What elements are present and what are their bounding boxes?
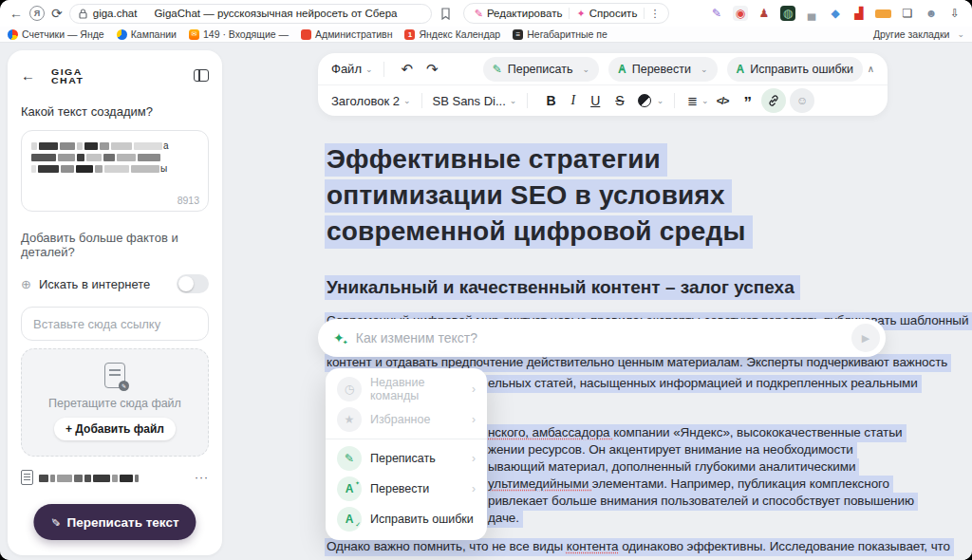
divider bbox=[527, 93, 528, 108]
paragraph-line: ривлекает больше внимания пользователей … bbox=[486, 494, 918, 508]
back-arrow-icon[interactable]: ← bbox=[21, 67, 35, 84]
font-dropdown[interactable]: SB Sans Di... bbox=[433, 94, 506, 108]
ask-page-button[interactable]: ✦Спросить bbox=[570, 8, 644, 20]
menu-item[interactable]: Избранное› bbox=[326, 404, 487, 435]
rewrite-text-button[interactable]: ✎ Переписать текст bbox=[33, 504, 196, 540]
redacted-block bbox=[112, 475, 118, 482]
purple-pen-extension-icon[interactable]: ✎ bbox=[709, 6, 724, 21]
download-extension-icon[interactable]: ⇩ bbox=[947, 6, 963, 21]
submenu-arrow-icon: › bbox=[472, 452, 476, 465]
file-menu-icon[interactable]: ··· bbox=[195, 471, 209, 484]
paragraph-line: даче. bbox=[486, 511, 523, 525]
back-icon[interactable]: ← bbox=[9, 6, 23, 21]
bold-button[interactable]: B bbox=[546, 93, 555, 108]
ai-command-input[interactable] bbox=[354, 329, 851, 346]
paragraph-text: ельных статей, насыщенных информацией и … bbox=[486, 375, 922, 393]
bookmark-item[interactable]: Кампании bbox=[117, 28, 177, 40]
translate-icon bbox=[618, 63, 626, 76]
code-icon[interactable]: </> bbox=[717, 95, 729, 106]
menu-item[interactable]: Недавние команды› bbox=[326, 374, 487, 404]
collapse-toolbar-icon[interactable]: ∧ bbox=[868, 64, 874, 74]
bookmark-label: Негабаритные пе bbox=[527, 28, 608, 40]
undo-icon[interactable]: ↶ bbox=[402, 61, 414, 78]
bookmark-item[interactable]: Счетчики — Янде bbox=[8, 28, 104, 40]
subheading-text: Уникальный и качественный контент – зало… bbox=[325, 275, 800, 300]
menu-item[interactable]: Исправить ошибки bbox=[326, 504, 487, 534]
collapse-panel-icon[interactable] bbox=[194, 69, 209, 82]
battery-extension-icon[interactable] bbox=[875, 9, 891, 18]
search-internet-row: ⊕ Искать в интернете bbox=[21, 274, 209, 293]
pen-icon bbox=[337, 446, 362, 471]
translate-action-label: Перевести bbox=[632, 63, 691, 76]
strikethrough-button[interactable]: S bbox=[615, 93, 624, 108]
link-button[interactable] bbox=[761, 88, 786, 113]
attached-file-row[interactable]: ··· bbox=[21, 469, 209, 486]
pen-icon: ✎ bbox=[48, 517, 62, 527]
chevron-down-icon: ⌄ bbox=[510, 96, 517, 105]
document-subheading[interactable]: Уникальный и качественный контент – зало… bbox=[325, 277, 800, 298]
file-menu-button[interactable]: Файл bbox=[331, 62, 362, 76]
redacted-block bbox=[39, 475, 48, 482]
yandex-browser-icon[interactable]: Я bbox=[29, 6, 45, 21]
tag-extension-icon[interactable]: ❏ bbox=[900, 6, 915, 21]
fix-errors-action-button[interactable]: Исправить ошибки bbox=[727, 57, 864, 82]
italic-button[interactable]: I bbox=[571, 93, 576, 108]
paragraph-style-dropdown[interactable]: Заголовок 2 bbox=[331, 94, 400, 108]
shield-extension-icon[interactable]: ◉ bbox=[733, 6, 748, 21]
redacted-prompt-row: ы bbox=[30, 163, 199, 175]
edit-page-button[interactable]: ✎Редактировать bbox=[468, 8, 570, 20]
address-pill[interactable]: giga.chat GigaChat — русскоязычная нейро… bbox=[69, 4, 432, 24]
add-file-button[interactable]: + Добавить файл bbox=[54, 418, 176, 440]
translate-action-button[interactable]: Перевести⌄ bbox=[608, 57, 717, 82]
rewrite-action-button[interactable]: Переписать⌄ bbox=[483, 57, 599, 82]
menu-item[interactable]: Переписать› bbox=[326, 443, 487, 474]
document-title[interactable]: Эффективные стратегииоптимизации SEO в у… bbox=[325, 141, 753, 250]
redacted-block bbox=[84, 475, 91, 482]
send-icon[interactable]: ▶ bbox=[851, 324, 880, 352]
chevron-down-icon: ⌄ bbox=[403, 96, 411, 105]
redacted-block bbox=[138, 154, 160, 161]
person-check-extension-icon[interactable]: ☻ bbox=[924, 6, 939, 21]
redacted-block bbox=[50, 475, 55, 482]
green-square-extension-icon[interactable]: ◍ bbox=[780, 6, 795, 21]
prompt-textarea[interactable]: а ы 8913 bbox=[21, 130, 209, 212]
bookmark-item[interactable]: 1Яндекс Календар bbox=[404, 28, 500, 40]
browser-ai-buttons: ✎Редактировать ✦Спросить ⋮ bbox=[463, 3, 670, 24]
red-figure-extension-icon[interactable]: ♟ bbox=[757, 6, 772, 21]
quote-icon[interactable]: ” bbox=[744, 100, 753, 107]
blue-cube-extension-icon[interactable]: ◆ bbox=[828, 6, 843, 21]
paragraph-text: ывающий материал, дополненный глубокими … bbox=[486, 458, 859, 476]
underline-button[interactable]: U bbox=[590, 93, 600, 108]
redacted-block bbox=[111, 142, 132, 150]
command-dropdown: Недавние команды›Избранное›Переписать›Пе… bbox=[326, 368, 487, 540]
list-icon[interactable]: ≣ bbox=[687, 94, 698, 108]
redacted-block bbox=[77, 142, 83, 150]
page-title: GigaChat — русскоязычная нейросеть от Сб… bbox=[154, 8, 397, 19]
text-color-icon[interactable] bbox=[638, 94, 651, 107]
text-segment: ывающий материал, дополненный глубокими … bbox=[488, 459, 855, 474]
bookmark-item[interactable]: Административн bbox=[301, 28, 392, 40]
refresh-icon[interactable]: ⟳ bbox=[51, 6, 63, 21]
submenu-arrow-icon: › bbox=[472, 413, 476, 426]
emoji-button[interactable]: ☺ bbox=[790, 88, 814, 113]
menu-item[interactable]: Перевести› bbox=[326, 474, 487, 504]
search-internet-toggle[interactable] bbox=[177, 274, 209, 293]
link-input[interactable] bbox=[21, 307, 209, 341]
bookmark-icon[interactable] bbox=[440, 8, 451, 20]
text-segment: ельных статей, насыщенных информацией и … bbox=[488, 376, 918, 390]
gray-dome-extension-icon[interactable]: ▄ bbox=[804, 6, 819, 21]
redacted-block bbox=[39, 142, 58, 150]
paragraph-text: ультимедийными элементами. Например, пуб… bbox=[486, 476, 893, 494]
red-bars-extension-icon[interactable]: ▟ bbox=[851, 6, 867, 21]
submenu-arrow-icon: › bbox=[472, 383, 476, 396]
more-options-icon[interactable]: ⋮ bbox=[645, 8, 664, 20]
paragraph-line: жении ресурсов. Он акцентирует внимание … bbox=[486, 442, 857, 457]
bookmark-item[interactable]: ≡Негабаритные пе bbox=[513, 28, 608, 40]
other-bookmarks-button[interactable]: Другие закладки⌄ bbox=[873, 28, 964, 40]
file-dropzone[interactable]: ✎ Перетащите сюда файл + Добавить файл bbox=[21, 348, 209, 457]
toolbar-row-format: Заголовок 2⌄ SB Sans Di...⌄ B I U S ⌄ ≣⌄… bbox=[318, 84, 888, 116]
bookmark-item[interactable]: ✉149 · Входящие — bbox=[189, 28, 289, 40]
chevron-down-icon: ⌄ bbox=[701, 96, 709, 105]
redo-icon[interactable]: ↷ bbox=[426, 61, 439, 78]
redacted-block bbox=[31, 165, 36, 173]
